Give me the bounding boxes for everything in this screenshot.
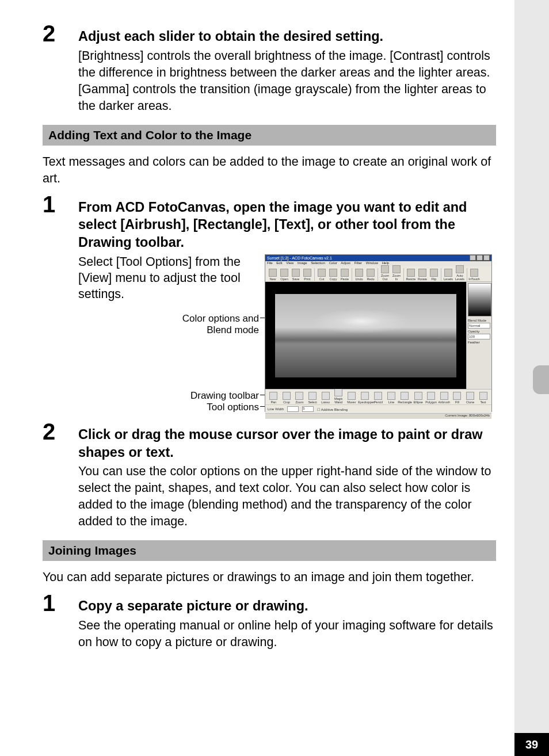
page-number: 39 (514, 733, 549, 756)
tool-polygon: Polygon (425, 392, 438, 404)
step-heading: Adjust each slider to obtain the desired… (78, 28, 496, 45)
lasso-icon (322, 392, 330, 400)
autolevels-icon (456, 265, 464, 273)
main-toolbar: New Open Save Print Cut Copy Paste Undo (265, 266, 491, 282)
tb-label: Cut (319, 277, 325, 281)
canvas-row: Blend Mode Normal Opacity 100 Feather (265, 282, 491, 389)
tb-label: Undo (355, 277, 363, 281)
tb-label: Pan (270, 400, 276, 404)
page-content: 2 Adjust each slider to obtain the desir… (43, 22, 496, 656)
tb-label: Open (280, 277, 288, 281)
gradient-swatch (468, 283, 491, 316)
tb-label: Crop (283, 400, 290, 404)
line-width-label: Line Width (268, 407, 284, 411)
tool-clone: Clone (464, 392, 477, 404)
tb-label: Magic Wand (334, 397, 343, 404)
page-side-rail: 39 (514, 0, 549, 756)
drawing-toolbar: Pan Crop Zoom Select Lasso Magic Wand Mo… (265, 389, 491, 404)
tb-save: Save (290, 269, 302, 281)
menu-item: Selection (311, 261, 325, 265)
tb-new: New (267, 269, 279, 281)
opacity-value: 100 (468, 334, 490, 339)
toolbar-separator (441, 268, 441, 281)
eyedropper-icon (361, 392, 369, 400)
section-intro-add-text: Text messages and colors can be added to… (43, 154, 496, 187)
menu-item: Color (329, 261, 337, 265)
callout-drawing-toolbar: Drawing toolbar (161, 390, 259, 402)
undo-icon (355, 269, 363, 277)
tb-print: Print (302, 269, 313, 281)
tb-levels: Levels (443, 269, 454, 281)
toolbar-separator (314, 268, 315, 281)
ellipse-icon (414, 392, 422, 400)
tool-select: Select (306, 392, 319, 404)
document-page: 39 2 Adjust each slider to obtain the de… (0, 0, 549, 756)
menu-item: Window (366, 261, 378, 265)
step-side-text: Select [Tool Options] from the [View] me… (78, 254, 259, 303)
tb-label: Polygon (425, 400, 437, 404)
tool-line: Line (385, 392, 398, 404)
section-heading-join: Joining Images (43, 540, 496, 561)
paste-icon (341, 269, 349, 277)
menu-item: Image (298, 261, 307, 265)
text-icon (479, 392, 487, 400)
tool-ellipse: Ellipse (411, 392, 425, 404)
tool-crop: Crop (280, 392, 293, 404)
tool-rectangle: Rectangle (398, 392, 411, 404)
opacity-label: Opacity (468, 330, 490, 333)
tb-zoom-in: Zoom In (391, 265, 402, 281)
callout-color-blend: Color options and Blend mode (161, 313, 259, 337)
tb-label: InTouch (468, 277, 479, 281)
tb-label: Rectangle (398, 400, 412, 404)
tool-magic-wand: Magic Wand (332, 388, 345, 404)
image-canvas (265, 282, 466, 389)
tb-label: Lasso (321, 400, 330, 404)
print-icon (303, 269, 311, 277)
tool-mover: Mover (345, 392, 359, 404)
tb-label: Print (304, 277, 310, 281)
tb-label: Copy (330, 277, 337, 281)
redo-icon (367, 269, 375, 277)
rectangle-icon (401, 392, 409, 400)
blend-mode-label: Blend Mode (468, 319, 490, 322)
tb-resize: Resize (405, 269, 417, 281)
section-heading-add-text: Adding Text and Color to the Image (43, 125, 496, 146)
menu-item: Help (382, 261, 389, 265)
tb-label: Airbrush (439, 400, 450, 404)
window-title: Sunset [1:2] - ACD FotoCanvas v2.1 (267, 256, 332, 260)
tb-label: Levels (444, 277, 453, 281)
maximize-icon (476, 255, 483, 261)
tb-intouch: InTouch (468, 269, 480, 281)
rotate-icon (418, 269, 426, 277)
fill-icon (453, 392, 461, 400)
polygon-icon (427, 392, 435, 400)
tool-text: Text (476, 392, 490, 404)
menu-item: View (286, 261, 293, 265)
tb-label: New (269, 277, 276, 281)
tb-copy: Copy (327, 269, 339, 281)
line-width-field (287, 406, 299, 412)
fotocanvas-window: Sunset [1:2] - ACD FotoCanvas v2.1 File … (265, 254, 492, 412)
step-click-drag: 2 Click or drag the mouse cursor over th… (43, 420, 496, 530)
tb-flip: Flip (428, 269, 440, 281)
color-panel: Blend Mode Normal Opacity 100 Feather (466, 282, 491, 389)
tb-label: Zoom In (392, 274, 401, 281)
tb-zoom-out: Zoom Out (379, 265, 391, 281)
tool-pan: Pan (267, 392, 280, 404)
window-titlebar: Sunset [1:2] - ACD FotoCanvas v2.1 (265, 255, 491, 261)
feather-label: Feather (468, 341, 490, 344)
copy-icon (329, 269, 337, 277)
step-heading: Copy a separate picture or drawing. (78, 597, 496, 615)
tb-label: Pencil (374, 400, 383, 404)
toolbar-separator (378, 268, 378, 281)
save-icon (292, 269, 300, 277)
line-width-value: 5 (302, 406, 314, 412)
step-body: Click or drag the mouse cursor over the … (78, 420, 496, 530)
status-bar: Current Image: 800x600x24b (265, 413, 491, 419)
menu-item: File (267, 261, 273, 265)
step-number: 2 (43, 22, 78, 45)
additive-label: Additive Blending (321, 408, 348, 411)
levels-icon (444, 269, 452, 277)
tb-label: Mover (347, 400, 356, 404)
blend-mode-value: Normal (468, 323, 490, 329)
